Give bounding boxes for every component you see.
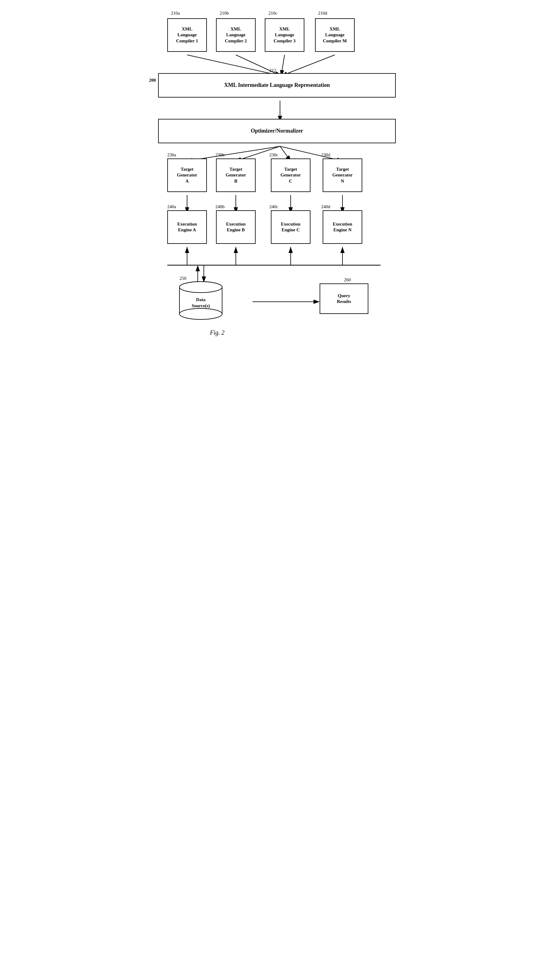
ilr-box: XML Intermediate Language Representation: [158, 73, 396, 98]
svg-point-30: [180, 281, 222, 292]
svg-text:Data: Data: [196, 297, 205, 302]
label-240a: 240a: [167, 204, 176, 209]
label-212: 212: [270, 68, 276, 73]
target-gen-b-box: TargetGeneratorB: [216, 159, 256, 192]
label-200: 200: [149, 78, 156, 83]
label-230b: 230b: [215, 153, 225, 157]
exec-engine-n-box: ExecutionEngine N: [323, 210, 362, 244]
figure-label: Fig. 2: [210, 329, 225, 336]
exec-engine-b-box: ExecutionEngine B: [216, 210, 256, 244]
compiler-b-box: XMLLanguageCompiler 2: [216, 18, 256, 52]
exec-engine-a-box: ExecutionEngine A: [167, 210, 207, 244]
compiler-c-box: XMLLanguageCompiler 3: [265, 18, 304, 52]
target-gen-a-box: TargetGeneratorA: [167, 159, 207, 192]
label-240d: 240d: [321, 204, 330, 209]
label-210a: 210a: [171, 11, 180, 16]
compiler-a-box: XMLLanguageCompiler 1: [167, 18, 207, 52]
compiler-m-box: XMLLanguageCompiler M: [315, 18, 355, 52]
exec-engine-c-box: ExecutionEngine C: [271, 210, 310, 244]
label-240c: 240c: [270, 204, 278, 209]
optimizer-box: Optimizer/Normalizer: [158, 119, 396, 143]
diagram: 200 210a 210b 210c 210d XMLLanguageCompi…: [149, 6, 411, 494]
label-210c: 210c: [268, 11, 277, 16]
svg-point-29: [180, 309, 222, 320]
svg-line-5: [282, 55, 335, 76]
label-230a: 230a: [167, 153, 176, 157]
query-results-box: QueryResults: [319, 283, 368, 314]
label-230d: 230d: [321, 153, 330, 157]
label-210d: 210d: [318, 11, 327, 16]
svg-line-2: [187, 55, 280, 76]
label-240b: 240b: [215, 204, 225, 209]
svg-line-4: [281, 55, 284, 76]
label-260: 260: [344, 277, 351, 283]
target-gen-n-box: TargetGeneratorN: [323, 159, 362, 192]
target-gen-c-box: TargetGeneratorC: [271, 159, 310, 192]
svg-text:Source(s): Source(s): [192, 303, 210, 309]
label-230c: 230c: [270, 153, 278, 157]
data-source-cylinder: Data Source(s): [177, 280, 225, 320]
label-210b: 210b: [220, 11, 229, 16]
